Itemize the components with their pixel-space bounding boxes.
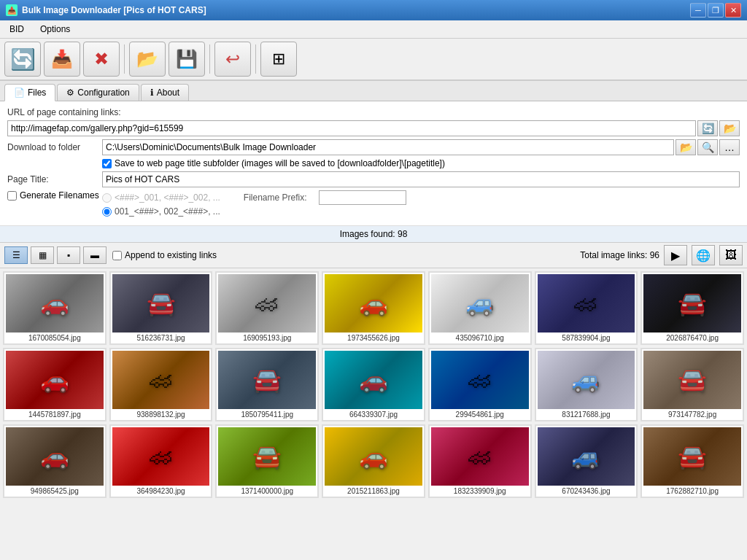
image-filename: 664339307.jpg bbox=[349, 411, 398, 419]
image-filename: 938898132.jpg bbox=[136, 411, 185, 419]
view-thumb-small-button[interactable]: ▦ bbox=[31, 246, 54, 264]
folder-button[interactable]: 📂 bbox=[129, 42, 166, 77]
main-content: 📄 Files ⚙ Configuration ℹ About URL of p… bbox=[0, 81, 747, 560]
append-checkbox[interactable] bbox=[112, 251, 122, 260]
url-input-row: 🔄 📂 bbox=[7, 120, 740, 136]
url-refresh-button[interactable]: 🔄 bbox=[697, 120, 718, 136]
right-info: Total image links: 96 ▶ 🌐 🖼 bbox=[580, 245, 743, 265]
image-cell[interactable]: 🚙670243436.jpg bbox=[535, 424, 638, 498]
image-cell[interactable]: 🏎587839904.jpg bbox=[535, 271, 638, 345]
image-grid: 🚗1670085054.jpg🚘516236731.jpg🏎169095193.… bbox=[3, 271, 744, 498]
image-cell[interactable]: 🚗1670085054.jpg bbox=[3, 271, 107, 345]
view-thumb-large-button[interactable]: ▬ bbox=[83, 246, 107, 264]
close-button[interactable]: ✕ bbox=[725, 3, 741, 18]
download-button[interactable]: 📥 bbox=[44, 42, 80, 77]
page-title-label: Page Title: bbox=[7, 174, 102, 184]
image-filename: 1850795411.jpg bbox=[241, 411, 293, 419]
subfolder-checkbox[interactable] bbox=[102, 159, 112, 168]
image-filename: 516236731.jpg bbox=[136, 334, 185, 342]
image-cell[interactable]: 🏎299454861.jpg bbox=[428, 348, 532, 421]
restore-button[interactable]: ❐ bbox=[708, 3, 724, 18]
generate-filenames-checkbox[interactable] bbox=[7, 191, 17, 201]
menu-bid[interactable]: BID bbox=[3, 22, 31, 36]
image-filename: 435096710.jpg bbox=[456, 334, 504, 342]
append-label: Append to existing links bbox=[125, 250, 217, 260]
image-cell[interactable]: 🏎938898132.jpg bbox=[109, 348, 213, 421]
image-cell[interactable]: 🚙831217688.jpg bbox=[535, 348, 638, 421]
toolbar-separator-1 bbox=[124, 44, 125, 74]
image-filename: 169095193.jpg bbox=[243, 334, 291, 342]
menu-options[interactable]: Options bbox=[34, 22, 77, 36]
title-bar: 📥 Bulk Image Downloader [Pics of HOT CAR… bbox=[0, 0, 747, 20]
start-button[interactable]: 🔄 bbox=[4, 42, 41, 77]
toolbar-separator-3 bbox=[255, 44, 256, 74]
image-filename: 670243436.jpg bbox=[562, 487, 610, 495]
stop-button[interactable]: ✖ bbox=[83, 42, 120, 77]
image-cell[interactable]: 🚘1762882710.jpg bbox=[640, 424, 744, 498]
generate-filenames-label: Generate Filenames bbox=[20, 190, 99, 201]
files-tab-icon: 📄 bbox=[14, 88, 25, 98]
download-all-button[interactable]: ▶ bbox=[664, 245, 687, 265]
radio-pattern-1: <###>_001, <###>_002, ... bbox=[102, 192, 220, 203]
save-button[interactable]: 💾 bbox=[169, 42, 205, 77]
more-options-button[interactable]: … bbox=[719, 139, 740, 155]
total-links-label: Total image links: 96 bbox=[580, 250, 659, 260]
download-label: Download to folder bbox=[7, 142, 102, 152]
about-tab-label: About bbox=[157, 88, 179, 98]
image-filename: 973147782.jpg bbox=[668, 411, 716, 419]
browse-folder-button[interactable]: 📂 bbox=[676, 139, 696, 155]
image-cell[interactable]: 🏎364984230.jpg bbox=[109, 424, 213, 498]
minimize-button[interactable]: ─ bbox=[690, 3, 706, 18]
url-folder-button[interactable]: 📂 bbox=[719, 120, 740, 136]
undo-button[interactable]: ↩ bbox=[214, 42, 251, 77]
app-icon: 📥 bbox=[6, 4, 18, 16]
tab-configuration[interactable]: ⚙ Configuration bbox=[57, 84, 139, 101]
image-cell[interactable]: 🚘1850795411.jpg bbox=[215, 348, 319, 421]
images-found-label: Images found: 98 bbox=[340, 229, 408, 239]
image-filename: 1832339909.jpg bbox=[454, 487, 506, 495]
image-filename: 2015211863.jpg bbox=[347, 487, 400, 495]
grid-button[interactable]: ⊞ bbox=[260, 42, 297, 77]
tab-about[interactable]: ℹ About bbox=[141, 84, 189, 101]
image-cell[interactable]: 🚘516236731.jpg bbox=[109, 271, 213, 345]
image-filename: 587839904.jpg bbox=[562, 334, 610, 342]
image-filename: 299454861.jpg bbox=[456, 411, 504, 419]
image-filename: 2026876470.jpg bbox=[666, 334, 719, 342]
image-cell[interactable]: 🚙435096710.jpg bbox=[428, 271, 532, 345]
thumb-preview-button[interactable]: 🖼 bbox=[719, 245, 743, 265]
url-input[interactable] bbox=[7, 120, 696, 136]
image-filename: 364984230.jpg bbox=[136, 487, 185, 495]
toolbar2: ☰ ▦ ▪ ▬ Append to existing links Total i… bbox=[0, 243, 747, 268]
image-cell[interactable]: 🚗1973455626.jpg bbox=[322, 271, 425, 345]
toolbar: 🔄 📥 ✖ 📂 💾 ↩ ⊞ bbox=[0, 39, 747, 81]
config-tab-icon: ⚙ bbox=[66, 88, 74, 98]
image-cell[interactable]: 🏎169095193.jpg bbox=[215, 271, 319, 345]
radio1-label: <###>_001, <###>_002, ... bbox=[115, 192, 220, 203]
download-folder-row: Download to folder 📂 🔍 … bbox=[7, 139, 740, 155]
url-label: URL of page containing links: bbox=[7, 107, 121, 117]
subfolder-label: Save to web page title subfolder (images… bbox=[115, 158, 445, 168]
radio2-label: 001_<###>, 002_<###>, ... bbox=[115, 206, 220, 217]
image-filename: 1762882710.jpg bbox=[666, 487, 719, 495]
page-title-input[interactable] bbox=[102, 171, 740, 187]
tab-files[interactable]: 📄 Files bbox=[4, 84, 55, 101]
image-filename: 831217688.jpg bbox=[562, 411, 610, 419]
prefix-input[interactable] bbox=[319, 190, 406, 205]
image-cell[interactable]: 🏎1832339909.jpg bbox=[428, 424, 532, 498]
url-row: URL of page containing links: bbox=[7, 107, 740, 117]
image-cell[interactable]: 🚗1445781897.jpg bbox=[3, 348, 107, 421]
download-folder-input[interactable] bbox=[102, 139, 674, 155]
image-cell[interactable]: 🚘973147782.jpg bbox=[640, 348, 744, 421]
image-cell[interactable]: 🚘1371400000.jpg bbox=[215, 424, 319, 498]
image-cell[interactable]: 🚗664339307.jpg bbox=[322, 348, 425, 421]
image-cell[interactable]: 🚗949865425.jpg bbox=[3, 424, 107, 498]
form-area: URL of page containing links: 🔄 📂 Downlo… bbox=[0, 101, 747, 226]
view-thumb-medium-button[interactable]: ▪ bbox=[57, 246, 80, 264]
image-cell[interactable]: 🚗2015211863.jpg bbox=[322, 424, 425, 498]
title-bar-left: 📥 Bulk Image Downloader [Pics of HOT CAR… bbox=[6, 4, 206, 16]
web-button[interactable]: 🌐 bbox=[692, 245, 715, 265]
image-grid-container[interactable]: 🚗1670085054.jpg🚘516236731.jpg🏎169095193.… bbox=[0, 268, 747, 560]
view-list-button[interactable]: ☰ bbox=[4, 246, 28, 264]
image-cell[interactable]: 🚘2026876470.jpg bbox=[640, 271, 744, 345]
open-folder-button[interactable]: 🔍 bbox=[697, 139, 718, 155]
